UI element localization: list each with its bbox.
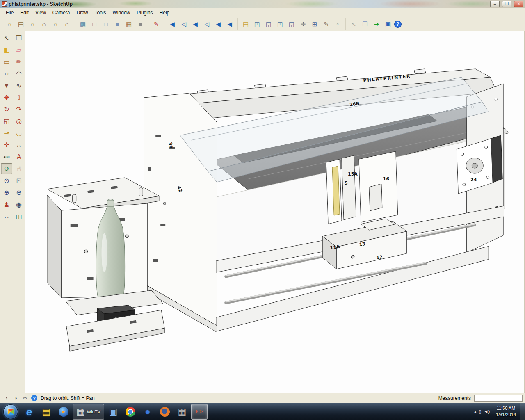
photo-viewer-icon[interactable]: ▣ [105,404,121,420]
spindle-icon[interactable]: ✛ [298,19,308,30]
phlatprinter-app-icon[interactable]: ▦ [174,404,190,420]
fold-icon[interactable]: ⊞ [309,19,320,30]
style-shaded-icon[interactable]: ■ [112,19,123,30]
line-tool[interactable]: ✏ [13,56,25,67]
orbit-tool[interactable]: ↺ [1,163,12,174]
freehand-tool[interactable]: ∿ [13,80,25,91]
view-top-icon[interactable]: ▤ [16,19,26,30]
clock[interactable]: 11:50 AM 1/31/2014 [492,405,520,418]
network-globe-icon[interactable]: ● [139,404,156,420]
status-help-icon[interactable]: ? [31,395,37,401]
menu-window[interactable]: Window [110,9,134,17]
text-tool[interactable]: ABC [1,151,12,162]
weld-tool-icon[interactable]: ✎ [151,19,162,30]
windows-explorer-icon[interactable]: ▤ [38,404,55,420]
menu-tools[interactable]: Tools [91,9,110,17]
offset-tool[interactable]: ◎ [13,116,25,127]
walk-tool[interactable]: ∷ [1,211,12,222]
style-monochrome-icon[interactable]: ■ [135,19,146,30]
protractor-tool[interactable]: ◡ [13,128,25,139]
geolocation-icon[interactable]: ◔ [2,395,10,402]
pen-settings-icon[interactable]: ✎ [321,19,331,30]
style-xray-icon[interactable]: ▩ [78,19,88,30]
menu-plugins[interactable]: Plugins [133,9,156,17]
sketchup-taskbar-icon[interactable]: ✏ [191,404,208,420]
tape-measure-tool[interactable]: ⊸ [1,128,12,139]
view-right-icon[interactable]: ⌂ [39,19,49,30]
axes-tool[interactable]: ✛ [1,139,12,151]
firefox-icon[interactable] [157,404,173,420]
section-plane-tool[interactable]: ◫ [13,211,25,222]
show-desktop-button[interactable] [520,403,525,420]
paint-bucket-tool[interactable]: ◧ [1,44,12,55]
select-arrow-icon-5[interactable]: ◀ [213,19,224,30]
minimize-button[interactable]: – [490,1,500,7]
view-back-icon[interactable]: ⌂ [50,19,61,30]
model-info-icon[interactable]: ∞ [21,395,29,402]
select-arrow-icon-6[interactable]: ◀ [224,19,235,30]
gcode-preview-icon[interactable]: ◲ [263,19,274,30]
menu-draw[interactable]: Draw [73,9,91,17]
model-box-icon[interactable]: ❒ [360,19,370,30]
polygon-tool[interactable]: ▼ [1,80,12,91]
volume-icon[interactable]: ◄) [484,409,490,414]
style-wireframe-icon[interactable]: □ [89,19,100,30]
wintv-window-button[interactable]: ▦WinTV [73,404,104,420]
position-camera-tool[interactable]: ♟ [1,199,12,210]
style-hidden-line-icon[interactable]: □ [100,19,111,30]
zoom-window-tool[interactable]: ⊡ [13,175,25,186]
menu-file[interactable]: File [2,9,17,17]
menu-help[interactable]: Help [156,9,173,17]
select-arrow-icon-1[interactable]: ◀ [167,19,178,30]
push-pull-tool[interactable]: ⇧ [13,92,25,103]
menu-edit[interactable]: Edit [17,9,32,17]
tabs-icon[interactable]: ◱ [286,19,297,30]
previous-view-tool[interactable]: ⊖ [13,187,25,198]
style-textured-icon[interactable]: ▦ [123,19,134,30]
pointer-icon[interactable]: ↖ [348,19,359,30]
follow-me-tool[interactable]: ↷ [13,104,25,115]
safe-area-icon[interactable]: ◰ [275,19,285,30]
claim-credit-icon[interactable]: ◑ [12,395,19,402]
circle-tool[interactable]: ○ [1,68,12,79]
layout-icon[interactable]: ▣ [383,19,393,30]
move-tool[interactable]: ✥ [1,92,12,103]
maximize-button[interactable]: ❐ [502,1,511,7]
select-tool[interactable]: ↖ [1,32,12,43]
rectangle-tool[interactable]: ▭ [1,56,12,67]
view-iso-icon[interactable]: ⌂ [4,19,15,30]
select-arrow-icon-4[interactable]: ◁ [201,19,212,30]
start-button[interactable] [3,404,18,419]
eraser-tool[interactable]: ▱ [13,44,25,55]
view-front-icon[interactable]: ⌂ [27,19,38,30]
marquee-icon[interactable]: ▫ [332,19,343,30]
select-arrow-icon-3[interactable]: ◀ [190,19,201,30]
chrome-icon[interactable] [122,404,139,420]
internet-explorer-icon[interactable]: e [21,404,37,420]
zoom-tool[interactable]: ⊙ [1,175,12,186]
media-player-icon[interactable]: ▶ [55,404,72,420]
view-left-icon[interactable]: ⌂ [62,19,72,30]
make-component-tool[interactable]: ❐ [13,32,25,43]
close-button[interactable]: ✕ [514,1,523,7]
measurements-input[interactable] [474,395,523,402]
viewport-3d[interactable]: PHLATPRINTER 26B364215A5162411A1312 [25,31,524,393]
status-bar: ◔◑∞ ? Drag to orbit. Shift = Pan Measure… [0,393,525,403]
gcode-generate-icon[interactable]: ◳ [252,19,262,30]
menu-camera[interactable]: Camera [49,9,73,17]
rotate-tool[interactable]: ↻ [1,104,12,115]
zoom-extents-tool[interactable]: ⊕ [1,187,12,198]
export-icon[interactable]: ➜ [371,19,382,30]
open-model-icon[interactable]: ▤ [240,19,251,30]
3d-text-tool[interactable]: A [13,151,25,162]
menu-view[interactable]: View [32,9,49,17]
hidden-icons-arrow[interactable]: ▴ [474,409,477,414]
pan-tool[interactable]: ☝ [13,163,25,174]
arc-tool[interactable]: ◠ [13,68,25,79]
scale-tool[interactable]: ◱ [1,116,12,127]
look-around-tool[interactable]: ◉ [13,199,25,210]
help-icon[interactable]: ? [394,21,402,28]
select-arrow-icon-2[interactable]: ◁ [178,19,189,30]
dimension-tool[interactable]: ↔ [13,139,25,151]
tray-app-icon[interactable]: ▯ [479,409,481,414]
